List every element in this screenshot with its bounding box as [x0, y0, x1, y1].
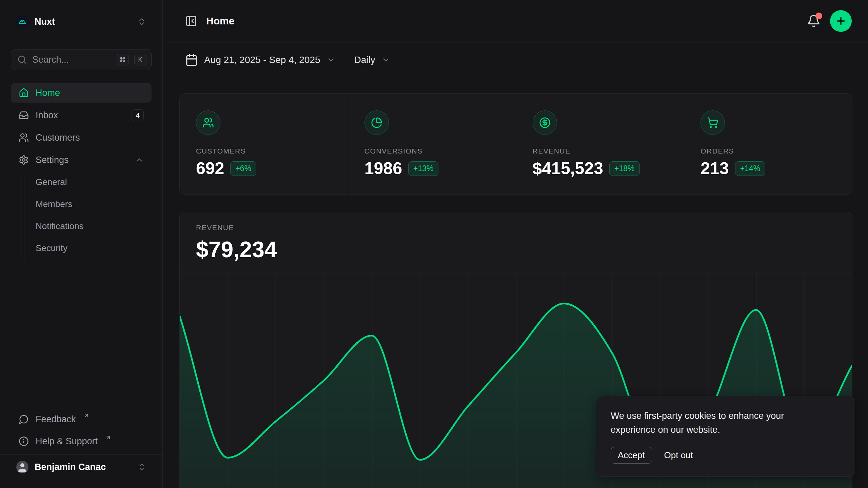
users-icon — [196, 110, 220, 135]
search-input[interactable]: Search... ⌘ K — [11, 49, 152, 70]
users-icon — [19, 133, 29, 143]
stat-delta-badge: +6% — [230, 161, 256, 176]
sidebar-link-label: Feedback — [36, 414, 76, 425]
sidebar-item-inbox[interactable]: Inbox4 — [11, 105, 152, 125]
sidebar-link-help-support[interactable]: Help & Support — [11, 432, 152, 450]
stat-delta-badge: +18% — [609, 161, 639, 176]
date-range-picker[interactable]: Aug 21, 2025 - Sep 4, 2025 — [185, 54, 335, 66]
avatar — [16, 461, 28, 473]
inbox-icon — [19, 110, 29, 120]
add-button[interactable] — [830, 10, 852, 32]
stat-value: 213 — [701, 159, 729, 178]
user-menu[interactable]: Benjamin Canac — [11, 455, 152, 488]
date-range-label: Aug 21, 2025 - Sep 4, 2025 — [204, 55, 320, 65]
plus-icon — [835, 15, 847, 27]
stat-value: $415,523 — [533, 159, 604, 178]
arrow-up-right-icon — [105, 434, 111, 441]
team-switcher[interactable]: Nuxt — [11, 12, 152, 31]
user-name: Benjamin Canac — [35, 462, 131, 472]
sidebar-link-feedback[interactable]: Feedback — [11, 410, 152, 428]
sidebar-item-settings[interactable]: Settings — [11, 150, 152, 170]
team-name: Nuxt — [35, 17, 131, 27]
kbd-k: K — [134, 54, 146, 65]
sidebar-link-label: Help & Support — [36, 436, 98, 447]
granularity-label: Daily — [354, 55, 375, 65]
chevron-down-icon — [327, 56, 335, 64]
optout-button[interactable]: Opt out — [664, 450, 693, 461]
sidebar-item-customers[interactable]: Customers — [11, 128, 152, 147]
cart-icon — [701, 110, 725, 135]
settings-icon — [19, 155, 29, 165]
sidebar-item-label: Inbox — [36, 110, 125, 121]
sidebar-nav: HomeInbox4CustomersSettingsGeneralMember… — [11, 83, 152, 264]
message-icon — [19, 414, 29, 424]
page-title: Home — [206, 15, 234, 27]
stat-card-revenue[interactable]: REVENUE$415,523+18% — [516, 94, 684, 195]
stat-card-orders[interactable]: ORDERS213+14% — [684, 94, 852, 195]
cookie-message: We use first-party cookies to enhance yo… — [611, 409, 824, 437]
toolbar: Aug 21, 2025 - Sep 4, 2025 Daily — [163, 42, 868, 78]
main: Home Aug 21, 2025 - Sep 4, 2025 Daily CU… — [163, 0, 868, 488]
stat-label: CUSTOMERS — [196, 147, 246, 155]
search-placeholder: Search... — [32, 55, 111, 65]
dollar-icon — [533, 110, 557, 135]
accept-button[interactable]: Accept — [611, 447, 652, 464]
sidebar: Nuxt Search... ⌘ K HomeInbox4CustomersSe… — [0, 0, 163, 488]
revenue-value: $79,234 — [196, 237, 836, 262]
notifications-button[interactable] — [807, 14, 821, 28]
stat-card-conversions[interactable]: CONVERSIONS1986+13% — [348, 94, 516, 195]
sidebar-footer-links: FeedbackHelp & Support — [11, 410, 152, 450]
stat-delta-badge: +13% — [408, 161, 438, 176]
stat-card-customers[interactable]: CUSTOMERS692+6% — [180, 94, 348, 195]
stat-value: 1986 — [364, 159, 402, 178]
stat-value: 692 — [196, 159, 224, 178]
sidebar-item-label: Customers — [36, 133, 144, 143]
sidebar-subitem-security[interactable]: Security — [36, 239, 152, 257]
revenue-label: REVENUE — [196, 224, 836, 232]
search-icon — [17, 55, 27, 64]
stat-delta-badge: +14% — [735, 161, 765, 176]
calendar-icon — [185, 54, 198, 66]
chevrons-up-down-icon — [137, 463, 146, 471]
chevrons-up-down-icon — [137, 17, 146, 26]
stat-label: CONVERSIONS — [364, 147, 423, 155]
inbox-count-badge: 4 — [132, 109, 144, 121]
granularity-select[interactable]: Daily — [354, 55, 390, 65]
stats-cards: CUSTOMERS692+6%CONVERSIONS1986+13%REVENU… — [179, 93, 852, 195]
page-header: Home — [163, 0, 868, 42]
sidebar-subitem-notifications[interactable]: Notifications — [36, 217, 152, 235]
stat-label: ORDERS — [701, 147, 734, 155]
chevron-up-icon — [135, 156, 144, 164]
kbd-command: ⌘ — [116, 54, 129, 65]
notification-dot — [815, 13, 822, 19]
sidebar-subnav: GeneralMembersNotificationsSecurity — [24, 173, 152, 261]
sidebar-item-label: Home — [36, 88, 144, 98]
sidebar-subitem-general[interactable]: General — [36, 173, 152, 191]
nuxt-logo-icon — [16, 16, 28, 28]
chevron-down-icon — [381, 56, 390, 64]
sidebar-subitem-members[interactable]: Members — [36, 195, 152, 213]
info-icon — [19, 436, 29, 446]
stat-label: REVENUE — [533, 147, 571, 155]
sidebar-item-label: Settings — [36, 155, 128, 165]
chart-pie-icon — [364, 110, 389, 135]
panel-left-close-button[interactable] — [185, 15, 197, 27]
arrow-up-right-icon — [83, 412, 90, 419]
cookie-banner: We use first-party cookies to enhance yo… — [597, 396, 855, 477]
home-icon — [19, 88, 29, 98]
sidebar-item-home[interactable]: Home — [11, 83, 152, 103]
